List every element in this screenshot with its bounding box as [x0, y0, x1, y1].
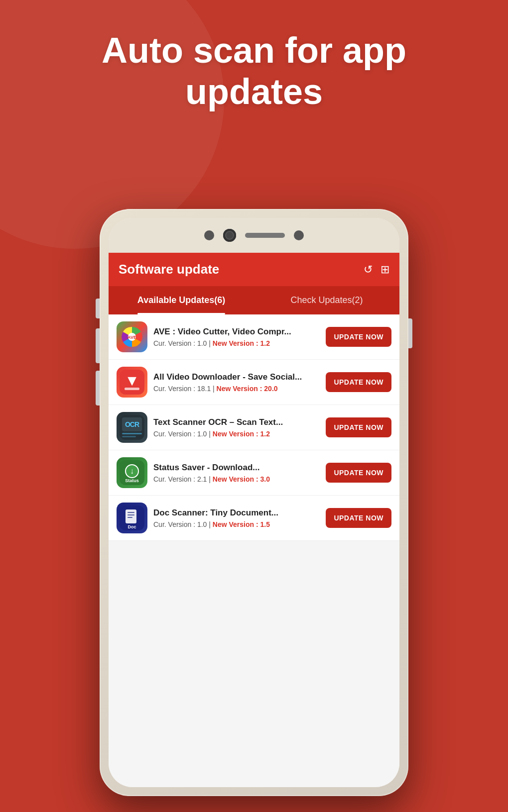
- hero-title: Auto scan for app updates: [30, 30, 478, 112]
- phone-top-bar: [109, 218, 399, 253]
- front-camera-main: [223, 229, 236, 242]
- header-icons: ↺ ⊞: [364, 263, 389, 276]
- list-item: AVE AVE : Video Cutter, Video Compr... C…: [109, 314, 399, 360]
- update-now-button[interactable]: UPDATE NOW: [326, 372, 391, 392]
- phone-screen: Software update ↺ ⊞ Available Updates(6)…: [109, 218, 399, 787]
- app-info: Status Saver - Download... Cur. Version …: [153, 463, 320, 483]
- svg-rect-10: [122, 436, 136, 437]
- app-version: Cur. Version : 1.0 | New Version : 1.5: [153, 520, 320, 528]
- volume-up-button: [96, 299, 100, 318]
- app-name: AVE : Video Cutter, Video Compr...: [153, 327, 320, 337]
- svg-text:AVE: AVE: [127, 335, 136, 340]
- silent-button: [96, 371, 100, 406]
- update-now-button[interactable]: UPDATE NOW: [326, 417, 391, 437]
- hero-section: Auto scan for app updates: [0, 30, 508, 112]
- app-info: All Video Downloader - Save Social... Cu…: [153, 372, 320, 393]
- svg-rect-18: [127, 514, 134, 515]
- tabs-bar: Available Updates(6) Check Updates(2): [109, 286, 399, 314]
- app-name: Status Saver - Download...: [153, 463, 320, 473]
- svg-rect-9: [122, 433, 142, 434]
- app-header-title: Software update: [119, 262, 219, 277]
- app-info: Doc Scanner: Tiny Document... Cur. Versi…: [153, 508, 320, 528]
- update-now-button[interactable]: UPDATE NOW: [326, 463, 391, 483]
- update-now-button[interactable]: UPDATE NOW: [326, 327, 391, 347]
- app-list: AVE AVE : Video Cutter, Video Compr... C…: [109, 314, 399, 541]
- refresh-icon[interactable]: ↺: [364, 263, 373, 276]
- app-icon-ocr: OCR: [117, 412, 147, 443]
- app-name: Text Scanner OCR – Scan Text...: [153, 417, 320, 427]
- svg-text:OCR: OCR: [125, 420, 139, 428]
- app-header: Software update ↺ ⊞: [109, 253, 399, 286]
- power-button: [408, 318, 412, 348]
- list-item: ▼ All Video Downloader - Save Social... …: [109, 360, 399, 405]
- app-version: Cur. Version : 18.1 | New Version : 20.0: [153, 385, 320, 393]
- app-screen: Software update ↺ ⊞ Available Updates(6)…: [109, 253, 399, 787]
- phone-outer: Software update ↺ ⊞ Available Updates(6)…: [100, 209, 408, 796]
- app-name: All Video Downloader - Save Social...: [153, 372, 320, 382]
- svg-rect-16: [126, 509, 136, 523]
- list-item: OCR Text Scanner OCR – Scan Text... Cur.…: [109, 405, 399, 450]
- grid-icon[interactable]: ⊞: [381, 263, 389, 276]
- sensor-dot: [294, 230, 304, 240]
- app-version: Cur. Version : 2.1 | New Version : 3.0: [153, 475, 320, 483]
- app-version: Cur. Version : 1.0 | New Version : 1.2: [153, 430, 320, 438]
- app-version: Cur. Version : 1.0 | New Version : 1.2: [153, 339, 320, 347]
- tab-check-updates[interactable]: Check Updates(2): [254, 286, 399, 314]
- update-now-button[interactable]: UPDATE NOW: [326, 508, 391, 528]
- volume-down-button: [96, 328, 100, 363]
- app-info: AVE : Video Cutter, Video Compr... Cur. …: [153, 327, 320, 347]
- front-camera-secondary: [204, 230, 214, 240]
- tab-available-updates[interactable]: Available Updates(6): [109, 286, 254, 314]
- app-icon-doc-scanner: Doc: [117, 503, 147, 533]
- svg-text:Status: Status: [125, 478, 139, 483]
- svg-text:▼: ▼: [125, 372, 139, 389]
- svg-text:↓: ↓: [130, 467, 134, 475]
- earpiece-speaker: [245, 233, 285, 238]
- list-item: Doc Doc Scanner: Tiny Document... Cur. V…: [109, 496, 399, 541]
- svg-rect-19: [127, 517, 132, 518]
- svg-text:Doc: Doc: [127, 524, 136, 529]
- app-icon-ave: AVE: [117, 321, 147, 352]
- svg-rect-5: [125, 388, 139, 390]
- list-item: ↓ Status Status Saver - Download... Cur.…: [109, 450, 399, 496]
- phone-mockup: Software update ↺ ⊞ Available Updates(6)…: [100, 209, 408, 796]
- app-info: Text Scanner OCR – Scan Text... Cur. Ver…: [153, 417, 320, 438]
- app-icon-video-downloader: ▼: [117, 367, 147, 398]
- svg-rect-17: [127, 512, 134, 513]
- app-name: Doc Scanner: Tiny Document...: [153, 508, 320, 518]
- app-icon-status-saver: ↓ Status: [117, 457, 147, 488]
